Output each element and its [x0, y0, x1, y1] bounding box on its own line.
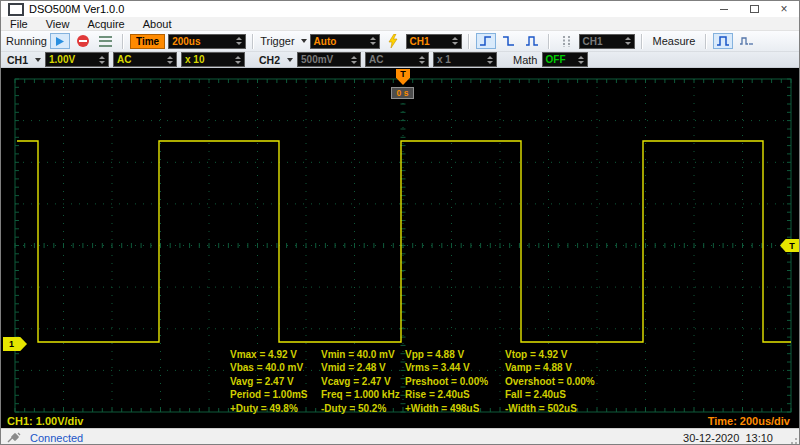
- maximize-button[interactable]: [739, 1, 769, 17]
- stop-button[interactable]: [73, 33, 93, 49]
- scope-display: T 0 s 1 T Vmax = 4.92 V Vbas = 40.0 mV V…: [1, 68, 800, 428]
- measurement-overshoot: Overshoot = 0.00%: [505, 375, 610, 388]
- run-button[interactable]: [50, 33, 70, 49]
- minimize-button[interactable]: [709, 1, 739, 17]
- separator: [548, 34, 550, 49]
- timebase-select[interactable]: 200us: [168, 34, 246, 49]
- spinner-icon: [366, 37, 376, 45]
- measurement-column: Vmax = 4.92 V Vbas = 40.0 mV Vavg = 2.47…: [230, 348, 321, 415]
- ch1-scale-readout: CH1: 1.00V/div: [7, 415, 83, 427]
- time-mode-button[interactable]: Time: [130, 34, 165, 49]
- cursor-source-value: CH1: [583, 36, 603, 47]
- spinner-icon: [574, 56, 584, 64]
- titlebar: DSO500M Ver1.0.0 ×: [1, 1, 799, 17]
- ch2-volts-value: 500mV: [301, 54, 333, 65]
- measurement-freq: Freq = 1.000 kHz: [321, 388, 405, 401]
- measurement-vpp: Vpp = 4.88 V: [405, 348, 505, 361]
- trigger-offset-readout: 0 s: [391, 87, 414, 99]
- falling-edge-trigger-button[interactable]: [499, 33, 519, 49]
- spinner-icon: [231, 56, 241, 64]
- measurement-duty-neg: -Duty = 50.2%: [321, 402, 405, 415]
- measurement-vamp: Vamp = 4.88 V: [505, 361, 610, 374]
- trigger-source-select[interactable]: CH1: [406, 34, 462, 49]
- trigger-source-value: CH1: [410, 36, 430, 47]
- measurement-rise: Rise = 2.40uS: [405, 388, 505, 401]
- ch2-volts-select[interactable]: 500mV: [297, 52, 361, 67]
- spinner-icon: [163, 56, 173, 64]
- chevron-down-icon[interactable]: [35, 58, 41, 62]
- chevron-down-icon[interactable]: [287, 58, 293, 62]
- pulse-train-measure-button[interactable]: [736, 33, 756, 49]
- math-label: Math: [513, 54, 537, 66]
- rising-edge-trigger-button[interactable]: [476, 33, 496, 49]
- menu-about[interactable]: About: [134, 18, 181, 30]
- app-icon: [8, 3, 24, 16]
- close-icon: ×: [780, 2, 787, 16]
- app-window: DSO500M Ver1.0.0 × File View Acquire Abo…: [0, 0, 800, 445]
- window-controls: ×: [709, 1, 799, 17]
- chevron-down-icon[interactable]: [301, 39, 307, 43]
- trigger-mode-select[interactable]: Auto: [310, 34, 380, 49]
- measurement-vmid: Vmid = 2.48 V: [321, 361, 405, 374]
- pulse-train-icon: [739, 35, 753, 47]
- running-status-label: Running: [6, 35, 47, 47]
- spinner-icon: [448, 37, 458, 45]
- datetime-readout: 30-12-2020 13:10: [683, 432, 773, 444]
- menu-file[interactable]: File: [1, 18, 37, 30]
- spinner-icon: [232, 37, 242, 45]
- spinner-icon: [621, 37, 631, 45]
- measurement-duty-pos: +Duty = 49.8%: [230, 402, 321, 415]
- cursors-button[interactable]: [556, 33, 576, 49]
- ch2-coupling-select[interactable]: AC: [365, 52, 429, 67]
- single-trigger-button[interactable]: [383, 33, 403, 49]
- both-edges-trigger-button[interactable]: [522, 33, 542, 49]
- spinner-icon: [483, 56, 493, 64]
- separator: [252, 34, 254, 49]
- measurement-vbas: Vbas = 40.0 mV: [230, 361, 321, 374]
- spinner-icon: [415, 56, 425, 64]
- ch1-coupling-select[interactable]: AC: [113, 52, 177, 67]
- ch1-volts-select[interactable]: 1.00V: [45, 52, 109, 67]
- ch1-coupling-value: AC: [117, 54, 131, 65]
- measurement-vmax: Vmax = 4.92 V: [230, 348, 321, 361]
- pulse-icon: [716, 35, 730, 47]
- measurement-column: Vtop = 4.92 V Vamp = 4.88 V Overshoot = …: [505, 348, 610, 415]
- ch1-label: CH1: [7, 54, 28, 66]
- separator: [705, 34, 707, 49]
- window-title: DSO500M Ver1.0.0: [29, 3, 124, 15]
- ch1-probe-select[interactable]: x 10: [181, 52, 245, 67]
- close-button[interactable]: ×: [769, 1, 799, 17]
- channel-toolbar: CH1 1.00V AC x 10 CH2 500mV AC x 1: [1, 52, 799, 68]
- pulse-measure-button[interactable]: [713, 33, 733, 49]
- play-icon: [54, 36, 65, 47]
- stop-icon: [77, 35, 89, 47]
- menubar: File View Acquire About: [1, 17, 799, 31]
- time-scale-readout: Time: 200us/div: [708, 415, 790, 427]
- measurement-preshoot: Preshoot = 0.00%: [405, 375, 505, 388]
- separator: [641, 34, 643, 49]
- separator: [122, 34, 124, 49]
- measurement-width-pos: +Width = 498uS: [405, 402, 505, 415]
- measurement-period: Period = 1.00mS: [230, 388, 321, 401]
- connector-icon: [7, 432, 22, 443]
- resize-grip[interactable]: [787, 434, 797, 444]
- acquire-settings-button[interactable]: [96, 33, 116, 49]
- measure-button[interactable]: Measure: [649, 35, 700, 47]
- maximize-icon: [750, 5, 759, 13]
- main-toolbar: Running Time 200us Trigger Auto CH1: [1, 31, 799, 52]
- measurement-column: Vpp = 4.88 V Vrms = 3.44 V Preshoot = 0.…: [405, 348, 505, 415]
- list-icon: [99, 36, 112, 47]
- falling-edge-icon: [502, 35, 515, 47]
- menu-view[interactable]: View: [37, 18, 79, 30]
- cursor-source-select[interactable]: CH1: [579, 34, 635, 49]
- lightning-icon: [387, 34, 399, 48]
- ch2-coupling-value: AC: [369, 54, 383, 65]
- spinner-icon: [95, 56, 105, 64]
- ch2-probe-select[interactable]: x 1: [433, 52, 497, 67]
- math-mode-select[interactable]: OFF: [542, 52, 588, 67]
- minimize-icon: [720, 9, 728, 10]
- menu-acquire[interactable]: Acquire: [78, 18, 133, 30]
- connection-status: Connected: [30, 432, 83, 444]
- measurement-vrms: Vrms = 3.44 V: [405, 361, 505, 374]
- measurement-column: Vmin = 40.0 mV Vmid = 2.48 V Vcavg = 2.4…: [321, 348, 405, 415]
